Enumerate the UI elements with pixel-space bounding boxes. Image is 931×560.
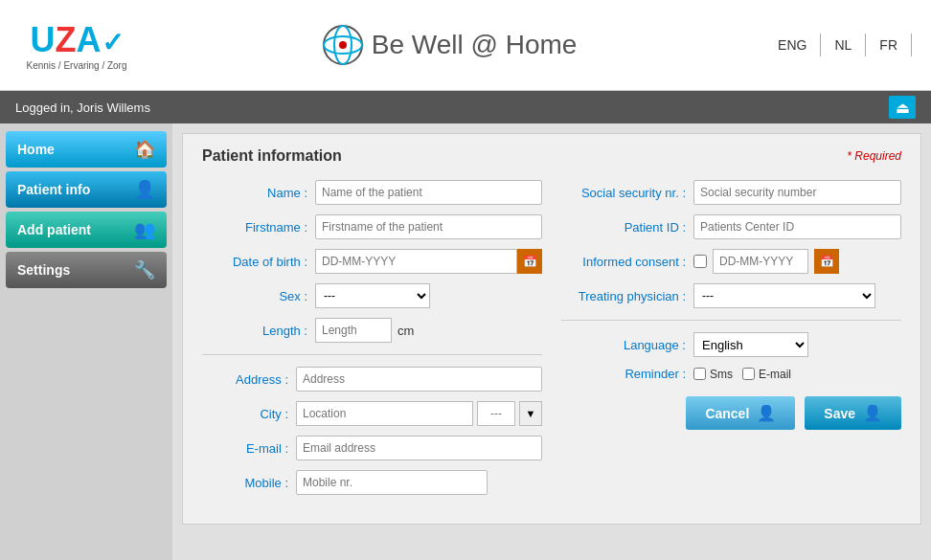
ssn-input[interactable] <box>693 180 901 205</box>
lang-eng[interactable]: ENG <box>764 34 820 56</box>
address-input[interactable] <box>296 367 542 392</box>
lang-fr[interactable]: FR <box>865 34 912 56</box>
reminder-label: Reminder : <box>561 367 686 381</box>
home-icon: 🏠 <box>134 139 155 160</box>
address-row: Address : <box>202 367 542 392</box>
sex-label: Sex : <box>202 289 307 303</box>
uza-logo: UZA✓ Kennis / Ervaring / Zorg <box>19 11 134 78</box>
name-input[interactable] <box>315 180 542 205</box>
content-area: Patient information * Required Name : Fi… <box>172 123 931 560</box>
settings-icon: 🔧 <box>134 259 155 280</box>
language-select[interactable]: English Nederlands Français <box>693 332 808 357</box>
length-input[interactable] <box>315 318 392 343</box>
sidebar-item-home[interactable]: Home 🏠 <box>6 131 167 168</box>
sidebar-settings-label: Settings <box>17 262 70 278</box>
email-row: E-mail : <box>202 436 542 460</box>
language-nav[interactable]: ENG NL FR <box>764 34 912 56</box>
brand-center: Be Well @ Home <box>134 24 764 66</box>
lang-nl[interactable]: NL <box>820 34 865 56</box>
form-title: Patient information <box>202 147 342 165</box>
length-unit: cm <box>397 324 414 338</box>
brand-icon <box>322 24 364 66</box>
logo-area: UZA✓ Kennis / Ervaring / Zorg <box>19 11 134 78</box>
name-label: Name : <box>202 186 307 200</box>
form-body: Name : Firstname : Date of birth : 📅 <box>202 180 901 504</box>
length-row: Length : cm <box>202 318 542 343</box>
form-header: Patient information * Required <box>202 147 901 165</box>
firstname-input[interactable] <box>315 214 542 239</box>
dob-input[interactable] <box>315 249 517 274</box>
form-right: Social security nr. : Patient ID : Infor… <box>561 180 901 504</box>
svg-point-3 <box>339 41 347 49</box>
required-note: * Required <box>847 149 901 163</box>
sidebar-home-label: Home <box>17 142 55 157</box>
dob-input-wrap: 📅 <box>315 249 542 274</box>
patient-info-form: Patient information * Required Name : Fi… <box>182 133 921 525</box>
patient-info-icon: 👤 <box>134 179 155 200</box>
firstname-label: Firstname : <box>202 220 307 235</box>
patient-id-input[interactable] <box>693 214 901 239</box>
city-wrap: ▼ <box>296 401 542 426</box>
login-bar: Logged in, Joris Willems ⏏ <box>0 91 931 123</box>
address-label: Address : <box>202 372 288 387</box>
length-wrap: cm <box>315 318 414 343</box>
sidebar-patient-info-label: Patient info <box>17 182 90 197</box>
sex-row: Sex : --- Male Female <box>202 283 542 308</box>
treating-physician-select[interactable]: --- <box>693 283 875 308</box>
cancel-icon: 👤 <box>757 404 776 422</box>
length-label: Length : <box>202 324 307 338</box>
informed-consent-label: Informed consent : <box>561 255 686 269</box>
language-label: Language : <box>561 338 686 352</box>
ssn-label: Social security nr. : <box>561 186 686 200</box>
reminder-email-label[interactable]: E-mail <box>742 368 791 381</box>
city-input[interactable] <box>296 401 473 426</box>
add-patient-icon: 👥 <box>134 219 155 240</box>
form-left: Name : Firstname : Date of birth : 📅 <box>202 180 542 504</box>
brand-title: Be Well @ Home <box>322 24 578 66</box>
dob-row: Date of birth : 📅 <box>202 249 542 274</box>
cancel-button[interactable]: Cancel 👤 <box>686 396 795 430</box>
save-icon: 👤 <box>863 404 882 422</box>
sex-select-wrap: --- Male Female <box>315 283 430 308</box>
reminder-sms-checkbox[interactable] <box>693 368 706 380</box>
save-button[interactable]: Save 👤 <box>805 396 901 430</box>
city-dropdown-button[interactable]: ▼ <box>519 401 542 426</box>
logout-button[interactable]: ⏏ <box>889 96 916 119</box>
sidebar-item-patient-info[interactable]: Patient info 👤 <box>6 171 167 208</box>
main-layout: Home 🏠 Patient info 👤 Add patient 👥 Sett… <box>0 123 931 560</box>
consent-wrap: 📅 <box>693 249 839 274</box>
consent-date-input[interactable] <box>713 249 808 274</box>
reminder-wrap: Sms E-mail <box>693 368 791 381</box>
dob-calendar-button[interactable]: 📅 <box>517 249 542 274</box>
sidebar-add-patient-label: Add patient <box>17 222 91 237</box>
informed-consent-checkbox[interactable] <box>693 255 707 268</box>
mobile-row: Mobile : <box>202 470 542 495</box>
sidebar-item-settings[interactable]: Settings 🔧 <box>6 252 167 288</box>
sidebar: Home 🏠 Patient info 👤 Add patient 👥 Sett… <box>0 123 172 560</box>
dob-label: Date of birth : <box>202 255 307 269</box>
sex-select[interactable]: --- Male Female <box>315 283 430 308</box>
language-row: Language : English Nederlands Français <box>561 332 901 357</box>
email-input[interactable] <box>296 436 542 460</box>
firstname-row: Firstname : <box>202 214 542 239</box>
uza-tagline: Kennis / Ervaring / Zorg <box>26 60 126 71</box>
form-buttons: Cancel 👤 Save 👤 <box>561 396 901 430</box>
patient-id-label: Patient ID : <box>561 220 686 235</box>
header: UZA✓ Kennis / Ervaring / Zorg Be Well @ … <box>0 0 931 91</box>
reminder-email-checkbox[interactable] <box>742 368 755 380</box>
name-row: Name : <box>202 180 542 205</box>
consent-calendar-button[interactable]: 📅 <box>814 249 839 274</box>
mobile-label: Mobile : <box>202 476 288 490</box>
ssn-row: Social security nr. : <box>561 180 901 205</box>
informed-consent-row: Informed consent : 📅 <box>561 249 901 274</box>
reminder-sms-label[interactable]: Sms <box>693 368 733 381</box>
mobile-input[interactable] <box>296 470 488 495</box>
reminder-row: Reminder : Sms E-mail <box>561 367 901 381</box>
city-row: City : ▼ <box>202 401 542 426</box>
email-label: E-mail : <box>202 441 288 456</box>
treating-physician-label: Treating physician : <box>561 289 686 303</box>
sidebar-item-add-patient[interactable]: Add patient 👥 <box>6 212 167 248</box>
logged-in-text: Logged in, Joris Willems <box>15 101 150 115</box>
city-code-input[interactable] <box>477 401 515 426</box>
treating-physician-row: Treating physician : --- <box>561 283 901 308</box>
